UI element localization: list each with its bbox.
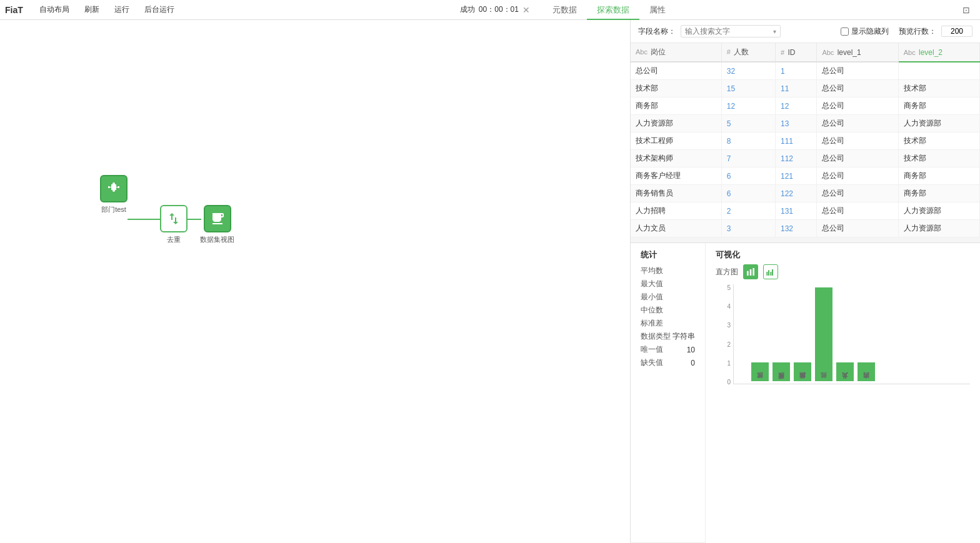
stats-row: 最大值 [641, 277, 695, 291]
chart-bars: 技术部技术工程师技术架构师其他人力文员人力招聘 [733, 284, 970, 384]
node-dataviz[interactable]: 数据集视图 [200, 205, 234, 244]
stats-key: 标准差 [641, 318, 663, 329]
show-hidden-wrap: 显示隐藏列 [841, 26, 889, 37]
grouped-chart-icon[interactable] [763, 264, 778, 279]
field-label: 字段名称： [638, 26, 676, 37]
stats-rows: 平均数最大值最小值中位数标准差数据类型字符串唯一值10缺失值0 [641, 264, 695, 369]
bar-rect [815, 287, 832, 381]
table-cell: 6 [721, 167, 775, 185]
dedup-icon [160, 205, 188, 232]
table-cell: 商务销售员 [631, 185, 721, 202]
close-icon[interactable]: ✕ [522, 5, 530, 15]
logo: FiaT [5, 5, 23, 15]
table-cell: 总公司 [817, 185, 898, 202]
table-row: 人力资源部513总公司人力资源部 [631, 115, 980, 132]
table-cell: 132 [775, 220, 816, 237]
histogram-label: 直方图 [716, 267, 738, 277]
run-button[interactable]: 运行 [111, 3, 133, 16]
table-cell: 技术部 [898, 80, 979, 97]
col-header-gangwei[interactable]: Abc 岗位 [631, 43, 721, 62]
tab-meta[interactable]: 元数据 [542, 0, 587, 20]
tab-group: 元数据 探索数据 属性 [542, 0, 676, 20]
table-cell: 131 [775, 202, 816, 220]
bottom-panels: 统计 平均数最大值最小值中位数标准差数据类型字符串唯一值10缺失值0 可视化 直… [631, 243, 980, 543]
table-row: 人力文员3132总公司人力资源部 [631, 220, 980, 237]
stats-row: 平均数 [641, 264, 695, 277]
table-cell: 人力资源部 [898, 115, 979, 132]
bar-item: 人力招聘 [858, 362, 875, 384]
table-cell: 2 [721, 202, 775, 220]
scrollbar[interactable] [631, 237, 980, 242]
bg-run-button[interactable]: 后台运行 [141, 3, 178, 16]
stats-row: 缺失值0 [641, 356, 695, 369]
table-cell: 总公司 [817, 150, 898, 167]
table-cell: 13 [775, 115, 816, 132]
show-hidden-checkbox[interactable] [841, 27, 849, 36]
y-tick-4: 4 [716, 303, 731, 310]
table-cell: 总公司 [631, 62, 721, 80]
table-cell: 8 [721, 132, 775, 150]
node-dedup[interactable]: 去重 [160, 205, 188, 244]
col-header-level1[interactable]: Abc level_1 [817, 43, 898, 62]
col-header-level2[interactable]: Abc level_2 [898, 43, 979, 62]
table-row: 技术架构师7112总公司技术部 [631, 150, 980, 167]
svg-rect-6 [772, 269, 773, 276]
node-dataviz-label: 数据集视图 [200, 235, 234, 244]
stats-row: 中位数 [641, 304, 695, 317]
topbar: FiaT 自动布局 刷新 运行 后台运行 成功 00：00：01 ✕ 元数据 探… [0, 0, 980, 20]
table-cell: 11 [775, 80, 816, 97]
svg-rect-2 [752, 268, 754, 276]
table-row: 技术部1511总公司技术部 [631, 80, 980, 97]
table-row: 商务部1212总公司商务部 [631, 97, 980, 115]
canvas-area[interactable]: 部门test 去重 数据集视图 [0, 20, 630, 543]
dataviz-icon [204, 205, 231, 232]
svg-rect-1 [750, 269, 752, 276]
auto-layout-button[interactable]: 自动布局 [36, 3, 73, 16]
connector-1 [128, 219, 162, 220]
viz-panel: 可视化 直方图 5 4 3 [706, 243, 980, 543]
bar-rect [836, 362, 854, 381]
collapse-icon[interactable]: ⊡ [958, 2, 975, 17]
refresh-button[interactable]: 刷新 [81, 3, 103, 16]
table-cell: 122 [775, 185, 816, 202]
table-cell: 总公司 [817, 132, 898, 150]
viz-controls: 直方图 [716, 264, 970, 279]
field-search-wrap[interactable]: ▾ [681, 25, 781, 37]
bar-rect [751, 362, 769, 381]
table-cell: 总公司 [817, 115, 898, 132]
bar-rect [794, 362, 811, 381]
table-cell: 6 [721, 185, 775, 202]
table-row: 总公司321总公司 [631, 62, 980, 80]
connector-2 [188, 219, 201, 220]
field-bar: 字段名称： ▾ 显示隐藏列 预览行数： [631, 20, 980, 43]
bar-item: 技术部 [751, 362, 769, 384]
svg-rect-0 [747, 271, 749, 276]
table-cell: 112 [775, 150, 816, 167]
stats-key: 最小值 [641, 292, 663, 302]
bar-item: 人力文员 [836, 362, 854, 384]
status-bar: 成功 00：00：01 ✕ [460, 4, 530, 15]
col-header-renshu[interactable]: # 人数 [721, 43, 775, 62]
tab-explore[interactable]: 探索数据 [587, 0, 639, 20]
stats-val: 字符串 [672, 331, 695, 342]
field-search-input[interactable] [685, 27, 773, 36]
table-cell: 人力资源部 [631, 115, 721, 132]
table-cell: 商务部 [631, 97, 721, 115]
status-text: 成功 [460, 4, 475, 15]
data-table-wrap[interactable]: Abc 岗位 # 人数 # ID Abc level_1 Abc level_2 [631, 43, 980, 243]
tab-props[interactable]: 属性 [639, 0, 676, 20]
bar-chart-icon[interactable] [743, 264, 758, 279]
col-header-id[interactable]: # ID [775, 43, 816, 62]
status-timer: 00：00：01 [479, 4, 519, 15]
node-source-label: 部门test [101, 205, 126, 214]
node-source[interactable]: 部门test [100, 175, 128, 214]
table-cell: 人力招聘 [631, 202, 721, 220]
y-tick-0: 0 [716, 379, 731, 386]
stats-key: 平均数 [641, 266, 663, 276]
table-cell: 7 [721, 150, 775, 167]
table-cell: 人力资源部 [898, 202, 979, 220]
table-row: 技术工程师8111总公司技术部 [631, 132, 980, 150]
preview-count-input[interactable] [941, 26, 972, 37]
bar-rect [772, 362, 790, 381]
stats-row: 唯一值10 [641, 343, 695, 356]
